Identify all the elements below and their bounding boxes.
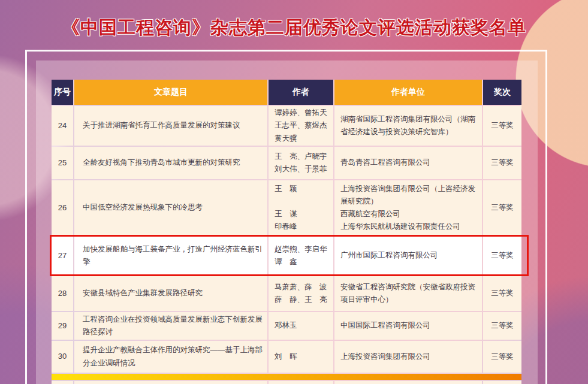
authors-cell: 邓林玉 <box>269 312 333 340</box>
org-cell: 青岛青咨工程咨询有限公司 <box>334 147 482 179</box>
author-line: 王 亮、卢晓宇 <box>275 150 331 163</box>
award-cell: 三等奖 <box>483 180 521 235</box>
author-line: 邓林玉 <box>275 319 331 332</box>
award-cell: 三等奖 <box>483 237 521 275</box>
authors-cell: 王 亮、卢晓宇 刘大伟、于景菲 <box>269 147 333 179</box>
row-number: 29 <box>52 312 73 340</box>
row-number: 27 <box>52 237 73 275</box>
row-number: 26 <box>52 180 73 235</box>
org-cell <box>334 381 482 384</box>
org-line: 上海华东民航机场建设有限责任公司 <box>340 220 478 233</box>
org-cell: 广州市国际工程咨询有限公司 <box>334 237 482 275</box>
authors-cell: 刘 晖 <box>269 341 333 373</box>
col-header-no: 序号 <box>52 80 73 105</box>
article-title: 中国低空经济发展热现象下的冷思考 <box>74 180 267 235</box>
org-cell: 安徽省工程咨询研究院（安徽省政府投资项目评审中心） <box>334 276 482 311</box>
authors-cell: 马萧萧、薛 波 薛 静、王 亮 <box>269 276 333 311</box>
authors-cell: 王 颖 王 谋 印春峰 <box>269 180 333 235</box>
col-header-authors: 作者 <box>269 80 333 105</box>
article-title: 关于推进湖南省托育工作高质量发展的对策建议 <box>74 106 267 146</box>
page-title: 《中国工程咨询》杂志第二届优秀论文评选活动获奖名单 <box>0 16 588 40</box>
awards-table: 序号 文章题目 作者 作者单位 奖次 24 关于推进湖南省托育工作高质量发展的对… <box>52 80 521 384</box>
author-line: 赵崇煦、李启华 <box>275 243 331 256</box>
divider-bar <box>52 374 521 380</box>
org-line: 中国国际工程咨询有限公司 <box>340 319 478 332</box>
org-line: 上海投资咨询集团有限公司 <box>340 350 478 363</box>
award-cell: 三等奖 <box>483 106 521 146</box>
org-line: 安徽省工程咨询研究院（安徽省政府投资项目评审中心） <box>340 281 478 307</box>
org-line: 西藏航空有限公司 <box>340 208 478 220</box>
org-cell: 上海投资咨询集团有限公司 <box>334 341 482 373</box>
row-number: 25 <box>52 147 73 179</box>
org-cell: 上海投资咨询集团有限公司（上咨经济发展研究院） 西藏航空有限公司 上海华东民航机… <box>334 180 482 235</box>
article-title <box>74 381 267 384</box>
author-line: 刘大伟、于景菲 <box>275 163 331 176</box>
org-line: 青岛青咨工程咨询有限公司 <box>340 156 478 169</box>
author-line: 谭婷婷、曾拓天 <box>275 107 331 119</box>
org-cell: 湖南省国际工程咨询集团有限公司（湖南省经济建设与投资决策研究智库） <box>334 106 482 146</box>
article-title: 工程咨询企业在投资领域高质量发展新业态下创新发展路径探讨 <box>74 312 267 340</box>
author-line: 薛 静、王 亮 <box>275 294 331 306</box>
authors-cell <box>269 381 333 384</box>
author-line: 王志平、蔡煜杰 <box>275 119 331 132</box>
article-title: 加快发展船舶与海工装备产业，打造广州经济蓝色新引擎 <box>74 237 267 275</box>
award-cell: 三等奖 <box>483 276 521 311</box>
col-header-award: 奖次 <box>483 80 521 105</box>
page-background: 《中国工程咨询》杂志第二届优秀论文评选活动获奖名单 序号 文章题目 作者 作者单… <box>0 0 588 384</box>
row-number: 24 <box>52 106 73 146</box>
row-number <box>52 381 73 384</box>
col-header-org: 作者单位 <box>334 80 482 105</box>
author-line: 王 谋 <box>275 208 331 220</box>
author-line: 黄天骥 <box>275 132 331 145</box>
award-cell: 三等奖 <box>483 341 521 373</box>
author-line: 谭 鑫 <box>275 256 331 268</box>
article-title: 全龄友好视角下推动青岛市城市更新的对策研究 <box>74 147 267 179</box>
author-line: 马萧萧、薛 波 <box>275 281 331 294</box>
org-line: 湖南省国际工程咨询集团有限公司（湖南省经济建设与投资决策研究智库） <box>340 113 478 139</box>
authors-cell: 谭婷婷、曾拓天 王志平、蔡煜杰 黄天骥 <box>269 106 333 146</box>
authors-cell: 赵崇煦、李启华 谭 鑫 <box>269 237 333 275</box>
row-number: 28 <box>52 276 73 311</box>
col-header-title: 文章题目 <box>74 80 267 105</box>
row-number: 30 <box>52 341 73 373</box>
award-cell: 三等奖 <box>483 312 521 340</box>
org-line: 广州市国际工程咨询有限公司 <box>340 249 478 262</box>
org-cell: 中国国际工程咨询有限公司 <box>334 312 482 340</box>
article-title: 提升企业产教融合主体作用的对策研究——基于上海部分企业调研情况 <box>74 341 267 373</box>
author-line: 刘 晖 <box>275 350 331 363</box>
author-line: 王 颖 <box>275 183 331 195</box>
award-cell: 三等奖 <box>483 147 521 179</box>
author-line: 印春峰 <box>275 220 331 233</box>
article-title: 安徽县域特色产业集群发展路径研究 <box>74 276 267 311</box>
award-cell <box>483 381 521 384</box>
org-line: 上海投资咨询集团有限公司（上咨经济发展研究院） <box>340 183 478 208</box>
